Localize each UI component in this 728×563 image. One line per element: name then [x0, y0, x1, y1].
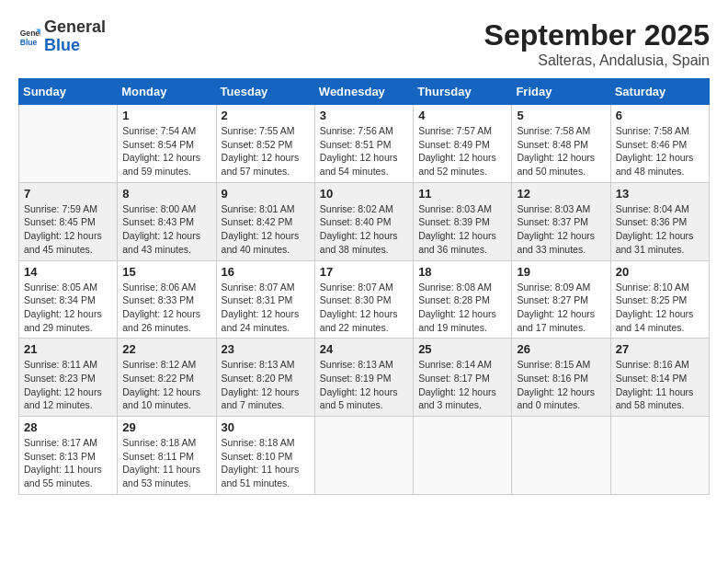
cell-date: 26: [517, 342, 605, 356]
calendar-row: 14Sunrise: 8:05 AM Sunset: 8:34 PM Dayli…: [19, 260, 710, 339]
cell-date: 1: [122, 109, 210, 122]
calendar-row: 28Sunrise: 8:17 AM Sunset: 8:13 PM Dayli…: [19, 417, 710, 495]
cell-date: 14: [24, 265, 112, 279]
cell-date: 10: [320, 187, 408, 201]
cell-date: 20: [616, 265, 704, 279]
cell-info: Sunrise: 7:58 AM Sunset: 8:46 PM Dayligh…: [616, 124, 704, 178]
calendar-body: 1Sunrise: 7:54 AM Sunset: 8:54 PM Daylig…: [19, 105, 710, 495]
calendar-cell: 20Sunrise: 8:10 AM Sunset: 8:25 PM Dayli…: [610, 260, 709, 339]
cell-date: 7: [24, 187, 112, 201]
weekday-header-cell: Sunday: [19, 79, 118, 105]
calendar-cell: 19Sunrise: 8:09 AM Sunset: 8:27 PM Dayli…: [512, 260, 610, 339]
calendar-cell: 28Sunrise: 8:17 AM Sunset: 8:13 PM Dayli…: [19, 417, 118, 495]
cell-info: Sunrise: 7:55 AM Sunset: 8:52 PM Dayligh…: [222, 124, 310, 178]
cell-date: 8: [122, 187, 210, 201]
cell-info: Sunrise: 8:12 AM Sunset: 8:22 PM Dayligh…: [122, 358, 210, 412]
cell-info: Sunrise: 8:13 AM Sunset: 8:19 PM Dayligh…: [320, 358, 408, 412]
cell-info: Sunrise: 7:57 AM Sunset: 8:49 PM Dayligh…: [418, 124, 506, 178]
calendar-cell: 23Sunrise: 8:13 AM Sunset: 8:20 PM Dayli…: [216, 339, 314, 417]
cell-date: 29: [122, 420, 210, 434]
calendar-cell: 21Sunrise: 8:11 AM Sunset: 8:23 PM Dayli…: [19, 339, 118, 417]
calendar-cell: 1Sunrise: 7:54 AM Sunset: 8:54 PM Daylig…: [118, 105, 216, 183]
title-area: September 2025 Salteras, Andalusia, Spai…: [484, 18, 710, 69]
cell-info: Sunrise: 8:15 AM Sunset: 8:16 PM Dayligh…: [517, 358, 605, 412]
header: General Blue General Blue September 2025…: [18, 18, 710, 69]
calendar-table: SundayMondayTuesdayWednesdayThursdayFrid…: [18, 78, 710, 495]
cell-info: Sunrise: 8:07 AM Sunset: 8:31 PM Dayligh…: [222, 281, 310, 335]
calendar-cell: 24Sunrise: 8:13 AM Sunset: 8:19 PM Dayli…: [314, 339, 413, 417]
cell-info: Sunrise: 8:18 AM Sunset: 8:10 PM Dayligh…: [222, 436, 310, 490]
calendar-cell: 6Sunrise: 7:58 AM Sunset: 8:46 PM Daylig…: [610, 105, 709, 183]
calendar-cell: 27Sunrise: 8:16 AM Sunset: 8:14 PM Dayli…: [610, 339, 709, 417]
month-title: September 2025: [484, 18, 710, 52]
calendar-cell: 17Sunrise: 8:07 AM Sunset: 8:30 PM Dayli…: [314, 260, 413, 339]
cell-date: 15: [122, 265, 210, 279]
calendar-cell: 8Sunrise: 8:00 AM Sunset: 8:43 PM Daylig…: [118, 182, 216, 260]
weekday-header-cell: Monday: [118, 79, 216, 105]
cell-info: Sunrise: 8:05 AM Sunset: 8:34 PM Dayligh…: [24, 281, 112, 335]
cell-info: Sunrise: 8:17 AM Sunset: 8:13 PM Dayligh…: [24, 436, 112, 490]
calendar-cell: [610, 417, 709, 495]
calendar-cell: 15Sunrise: 8:06 AM Sunset: 8:33 PM Dayli…: [118, 260, 216, 339]
cell-info: Sunrise: 8:10 AM Sunset: 8:25 PM Dayligh…: [616, 281, 704, 335]
cell-info: Sunrise: 8:11 AM Sunset: 8:23 PM Dayligh…: [24, 358, 112, 412]
cell-date: 24: [320, 342, 408, 356]
logo: General Blue General Blue: [18, 18, 106, 55]
calendar-cell: 14Sunrise: 8:05 AM Sunset: 8:34 PM Dayli…: [19, 260, 118, 339]
calendar-cell: [414, 417, 512, 495]
cell-info: Sunrise: 8:06 AM Sunset: 8:33 PM Dayligh…: [122, 281, 210, 335]
cell-info: Sunrise: 8:03 AM Sunset: 8:39 PM Dayligh…: [418, 202, 506, 257]
calendar-cell: 22Sunrise: 8:12 AM Sunset: 8:22 PM Dayli…: [118, 339, 216, 417]
cell-info: Sunrise: 8:18 AM Sunset: 8:11 PM Dayligh…: [122, 436, 210, 490]
cell-date: 28: [24, 420, 112, 434]
weekday-header-row: SundayMondayTuesdayWednesdayThursdayFrid…: [19, 79, 710, 105]
cell-info: Sunrise: 8:13 AM Sunset: 8:20 PM Dayligh…: [222, 358, 310, 412]
cell-date: 22: [122, 342, 210, 356]
calendar-cell: 26Sunrise: 8:15 AM Sunset: 8:16 PM Dayli…: [512, 339, 610, 417]
cell-date: 19: [517, 265, 605, 279]
cell-info: Sunrise: 8:04 AM Sunset: 8:36 PM Dayligh…: [616, 202, 704, 257]
logo-general-text: General: [44, 17, 106, 36]
cell-date: 18: [418, 265, 506, 279]
calendar-cell: 11Sunrise: 8:03 AM Sunset: 8:39 PM Dayli…: [414, 182, 512, 260]
cell-date: 16: [222, 265, 310, 279]
calendar-row: 1Sunrise: 7:54 AM Sunset: 8:54 PM Daylig…: [19, 105, 710, 183]
cell-date: 23: [222, 342, 310, 356]
cell-info: Sunrise: 8:09 AM Sunset: 8:27 PM Dayligh…: [517, 281, 605, 335]
calendar-cell: [19, 105, 118, 183]
cell-date: 9: [222, 187, 310, 201]
weekday-header-cell: Thursday: [414, 79, 512, 105]
cell-info: Sunrise: 8:07 AM Sunset: 8:30 PM Dayligh…: [320, 281, 408, 335]
calendar-cell: 3Sunrise: 7:56 AM Sunset: 8:51 PM Daylig…: [314, 105, 413, 183]
calendar-cell: 25Sunrise: 8:14 AM Sunset: 8:17 PM Dayli…: [414, 339, 512, 417]
calendar-cell: 5Sunrise: 7:58 AM Sunset: 8:48 PM Daylig…: [512, 105, 610, 183]
calendar-cell: 16Sunrise: 8:07 AM Sunset: 8:31 PM Dayli…: [216, 260, 314, 339]
calendar-cell: 13Sunrise: 8:04 AM Sunset: 8:36 PM Dayli…: [610, 182, 709, 260]
cell-date: 30: [222, 420, 310, 434]
cell-info: Sunrise: 8:00 AM Sunset: 8:43 PM Dayligh…: [122, 202, 210, 257]
calendar-cell: [512, 417, 610, 495]
logo-blue-text: Blue: [44, 36, 80, 54]
cell-date: 21: [24, 342, 112, 356]
cell-date: 4: [418, 109, 506, 122]
calendar-cell: 9Sunrise: 8:01 AM Sunset: 8:42 PM Daylig…: [216, 182, 314, 260]
calendar-cell: 29Sunrise: 8:18 AM Sunset: 8:11 PM Dayli…: [118, 417, 216, 495]
cell-info: Sunrise: 7:56 AM Sunset: 8:51 PM Dayligh…: [320, 124, 408, 178]
calendar-cell: 2Sunrise: 7:55 AM Sunset: 8:52 PM Daylig…: [216, 105, 314, 183]
calendar-row: 7Sunrise: 7:59 AM Sunset: 8:45 PM Daylig…: [19, 182, 710, 260]
weekday-header-cell: Saturday: [610, 79, 709, 105]
calendar-cell: 4Sunrise: 7:57 AM Sunset: 8:49 PM Daylig…: [414, 105, 512, 183]
cell-info: Sunrise: 8:03 AM Sunset: 8:37 PM Dayligh…: [517, 202, 605, 257]
cell-info: Sunrise: 7:54 AM Sunset: 8:54 PM Dayligh…: [122, 124, 210, 178]
cell-date: 12: [517, 187, 605, 201]
cell-date: 2: [222, 109, 310, 122]
cell-date: 5: [517, 109, 605, 122]
cell-date: 6: [616, 109, 704, 122]
cell-info: Sunrise: 8:01 AM Sunset: 8:42 PM Dayligh…: [222, 202, 310, 257]
calendar-cell: 10Sunrise: 8:02 AM Sunset: 8:40 PM Dayli…: [314, 182, 413, 260]
cell-date: 25: [418, 342, 506, 356]
cell-info: Sunrise: 8:16 AM Sunset: 8:14 PM Dayligh…: [616, 358, 704, 412]
cell-info: Sunrise: 7:59 AM Sunset: 8:45 PM Dayligh…: [24, 202, 112, 257]
calendar-cell: [314, 417, 413, 495]
cell-date: 13: [616, 187, 704, 201]
